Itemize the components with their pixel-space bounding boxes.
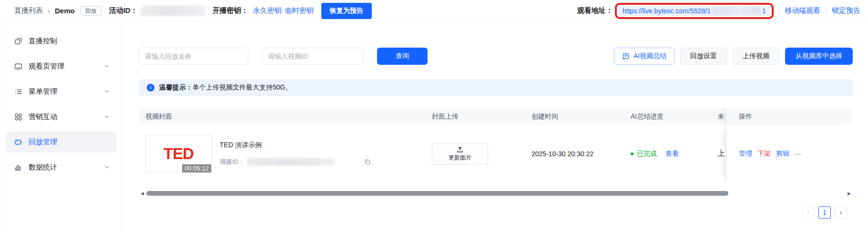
cover-cell: TED 00:05:12 TED 演讲示例 视频ID： [139,135,432,173]
manage-link[interactable]: 管理 [739,150,752,158]
video-id-line: 视频ID： [220,158,371,166]
ai-progress-cell: 已完成 查看 [631,150,717,158]
replay-name-input[interactable] [139,48,248,65]
breadcrumb-root[interactable]: 直播列表 [14,6,43,15]
activity-id-redacted-value [141,6,205,16]
upload-icon [456,146,464,153]
select-from-library-button[interactable]: 从视频库中选择 [785,48,853,65]
watch-url-tail: 1 [762,7,766,15]
copy-icon[interactable] [364,159,371,165]
truncated-cell: 上 [717,149,726,159]
pagination-next-button[interactable]: › [835,206,847,219]
replay-table: 视频封面 封面上传 创建时间 AI总结进度 来 操作 TED 00:05:12 … [139,109,853,219]
live-control-icon [14,37,22,45]
info-icon [147,84,154,91]
video-meta: TED 演讲示例 视频ID： [220,141,371,166]
topbar: 直播列表 › Demo 回放 活动ID： 开播密钥： 永久密钥 临时密钥 恢复为… [0,0,868,22]
toolbar: 查询 AI视频总结 回放设置 上传视频 从视频库中选择 [139,48,853,65]
chevron-down-icon [104,164,110,170]
replay-settings-button[interactable]: 回放设置 [680,48,727,65]
chevron-down-icon [104,89,110,94]
sidebar-item-label: 直播控制 [29,37,57,46]
sidebar-item-label: 营销互动 [29,112,57,121]
pagination: ‹ 1 › [139,206,853,219]
watch-url-label: 观看地址： [577,6,613,15]
col-header-truncated: 来 [717,112,726,121]
notice-text: 温馨提示：单个上传视频文件最大支持50G。 [159,83,292,92]
sidebar-item-marketing[interactable]: 营销互动 [6,106,116,127]
scroll-left-arrow-icon[interactable]: ◄ [140,190,145,197]
sidebar-item-label: 数据统计 [29,163,57,172]
watch-page-icon [14,62,22,70]
marketing-icon [14,113,22,121]
chevron-down-icon [104,114,110,120]
video-title: TED 演讲示例 [220,141,371,150]
replay-icon [14,138,22,146]
pagination-page-1[interactable]: 1 [818,206,831,219]
red-annotation-box: https://live.byteoc.com/5528/1 1 [615,3,774,19]
restore-preview-button[interactable]: 恢复为预告 [321,3,372,19]
video-id-input[interactable] [262,48,364,65]
watch-url-link[interactable]: https://live.byteoc.com/5528/1 1 [619,6,770,16]
breadcrumb-separator: › [48,7,50,15]
main-content: 查询 AI视频总结 回放设置 上传视频 从视频库中选择 [122,22,868,231]
topbar-right: 观看地址： https://live.byteoc.com/5528/1 1 |… [577,3,863,19]
toolbar-right: AI视频总结 回放设置 上传视频 从视频库中选择 [614,48,853,65]
lock-preview-link[interactable]: 锁定预告 [832,6,860,15]
mobile-view-link[interactable]: 移动端观看 [785,6,820,15]
sidebar: 直播控制 观看页管理 菜单管理 [0,22,122,231]
more-actions-button[interactable]: ⋯ [795,150,802,158]
upload-video-button[interactable]: 上传视频 [733,48,779,65]
sidebar-item-live-control[interactable]: 直播控制 [6,30,116,51]
stream-key-label: 开播密钥： [213,6,248,15]
take-down-link[interactable]: 下架 [757,150,771,158]
divider: | [825,7,827,15]
cover-upload-cell: 更新图片 [432,143,531,165]
col-header-created-at: 创建时间 [531,112,631,121]
col-header-actions: 操作 [726,109,853,125]
ted-logo: TED [163,145,194,163]
status-dot [631,152,633,155]
ai-summary-icon [622,52,630,60]
sidebar-item-menu-manage[interactable]: 菜单管理 [6,81,116,102]
query-button[interactable]: 查询 [377,48,428,65]
sidebar-item-replay-manage[interactable]: 回放管理 [6,131,116,152]
watch-url-text: https://live.byteoc.com/5528/1 [623,7,711,15]
sidebar-item-label: 菜单管理 [29,87,57,96]
col-header-cover-upload: 封面上传 [432,112,531,121]
created-at-cell: 2025-10-30 20:30:22 [531,150,631,158]
col-header-cover: 视频封面 [139,112,432,121]
chevron-down-icon [104,63,110,69]
ai-summary-label: AI视频总结 [633,52,666,60]
col-header-ai-progress: AI总结进度 [631,112,717,121]
duration-badge: 00:05:12 [182,164,211,172]
ai-summary-button[interactable]: AI视频总结 [614,48,674,65]
replay-status-badge: 回放 [81,6,102,16]
scrollbar-thumb[interactable] [146,191,728,196]
sidebar-item-watch-page[interactable]: 观看页管理 [6,56,116,77]
video-id-redacted-value [246,158,335,166]
breadcrumb-current: Demo [55,7,75,15]
notice-banner: 温馨提示：单个上传视频文件最大支持50G。 [139,79,853,96]
divider: | [778,7,780,15]
update-cover-button[interactable]: 更新图片 [432,143,488,165]
sidebar-item-label: 回放管理 [29,138,57,147]
clip-link[interactable]: 剪辑 [776,150,789,158]
menu-manage-icon [14,88,22,96]
pagination-prev-button[interactable]: ‹ [802,206,815,219]
ai-status-text: 已完成 [637,150,657,158]
watch-url-redacted-part [713,8,760,14]
update-cover-label: 更新图片 [449,154,471,162]
stats-icon [14,163,22,171]
scroll-right-arrow-icon[interactable]: ► [847,190,852,197]
horizontal-scrollbar: ◄ ► [139,190,853,197]
video-id-label: 视频ID： [220,158,245,166]
temp-key-link[interactable]: 临时密钥 [285,6,314,15]
sidebar-item-data-stats[interactable]: 数据统计 [6,157,116,178]
video-thumbnail[interactable]: TED 00:05:12 [145,135,212,173]
view-summary-link[interactable]: 查看 [665,150,679,158]
activity-id-label: 活动ID： [109,6,138,15]
actions-cell: 管理 下架 剪辑 ⋯ [726,125,853,182]
permanent-key-link[interactable]: 永久密钥 [253,6,282,15]
table-header-row: 视频封面 封面上传 创建时间 AI总结进度 来 操作 [139,109,853,125]
